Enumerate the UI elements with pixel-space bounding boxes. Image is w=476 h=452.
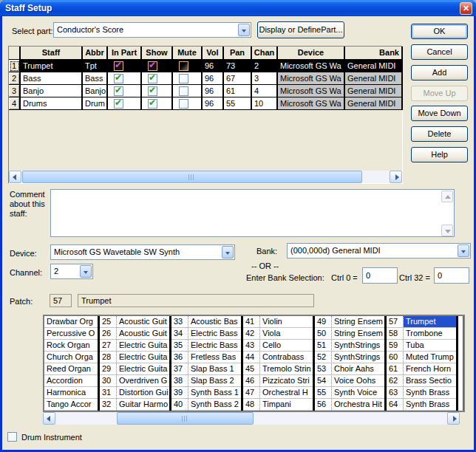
patch-name[interactable]: Electric Bass	[188, 328, 241, 340]
patch-name[interactable]: Cello	[260, 340, 313, 352]
patch-name[interactable]: Synth Bass 2	[188, 399, 241, 411]
drum-instrument-checkbox[interactable]	[7, 432, 17, 442]
patch-number[interactable]: 44	[243, 352, 259, 363]
patch-name[interactable]: Guitar Harmo	[117, 399, 169, 411]
show-cell[interactable]: ✔	[142, 60, 173, 72]
patch-name[interactable]: French Horn	[404, 363, 456, 375]
show-cell[interactable]: ✔	[142, 97, 173, 110]
patch-name[interactable]: Fretless Bas	[188, 352, 241, 363]
device-cell[interactable]: Microsoft GS Wa	[278, 85, 345, 97]
patch-number[interactable]: 43	[243, 340, 259, 352]
patch-number[interactable]: 29	[100, 363, 116, 375]
patch-name[interactable]: Orchestral H	[260, 387, 313, 399]
chevron-down-icon[interactable]	[80, 265, 92, 278]
patch-number[interactable]: 52	[315, 352, 331, 363]
scroll-right-icon[interactable]	[390, 171, 402, 183]
in_part-checkbox[interactable]: ✔	[114, 61, 123, 71]
in_part-checkbox[interactable]: ✔	[114, 86, 123, 96]
vol-cell[interactable]: 96	[203, 85, 224, 97]
vol-cell[interactable]: 96	[203, 97, 224, 110]
patch-name[interactable]: Synth Bass 1	[188, 387, 241, 399]
table-row[interactable]: 3BanjoBanjo✔✔96614Microsoft GS WaGeneral…	[9, 85, 402, 97]
row-number-cell[interactable]: 1	[9, 60, 21, 72]
in_part-checkbox[interactable]: ✔	[114, 74, 123, 83]
mute-cell[interactable]	[173, 72, 203, 85]
patch-name[interactable]: Brass Sectio	[404, 375, 456, 387]
patch-number[interactable]: 62	[387, 375, 403, 387]
abbr-cell[interactable]: Tpt	[83, 60, 108, 72]
scroll-right-icon[interactable]	[447, 412, 460, 425]
patch-name[interactable]: Orchestra Hit	[332, 399, 384, 411]
patch-number[interactable]: 49	[315, 316, 331, 328]
device-combobox[interactable]: Microsoft GS Wavetable SW Synth	[50, 244, 235, 260]
patch-name[interactable]: Percussive O	[44, 328, 98, 340]
patch-name[interactable]: Slap Bass 1	[188, 363, 241, 375]
patch-name[interactable]: Trombone	[404, 328, 456, 340]
patch-name[interactable]: SynthStrings	[332, 340, 384, 352]
abbr-cell[interactable]: Banjo	[83, 85, 108, 97]
patch-name[interactable]: Synth Voice	[332, 387, 384, 399]
patch-name[interactable]: Synth Brass	[404, 399, 456, 411]
table-row[interactable]: 2BassBass✔✔96673Microsoft GS WaGeneral M…	[9, 72, 402, 85]
patch-number[interactable]: 32	[100, 399, 116, 411]
device-cell[interactable]: Microsoft GS Wa	[278, 72, 345, 85]
mute-checkbox[interactable]	[179, 61, 188, 71]
chevron-down-icon[interactable]	[238, 24, 250, 36]
staff-cell[interactable]: Banjo	[21, 85, 83, 97]
staff-table-hscrollbar[interactable]	[9, 171, 402, 183]
pan-cell[interactable]: 73	[224, 60, 252, 72]
patch-number[interactable]: 45	[243, 363, 259, 375]
patch-number[interactable]: 25	[100, 316, 116, 328]
patch-number[interactable]: 40	[171, 399, 188, 411]
patch-name[interactable]: Synth Brass	[404, 387, 456, 399]
chevron-down-icon[interactable]	[458, 244, 469, 257]
mute-cell[interactable]	[173, 85, 203, 97]
patch-name[interactable]: Pizzicato Stri	[260, 375, 313, 387]
row-number-cell[interactable]: 3	[9, 85, 21, 97]
cancel-button[interactable]: Cancel	[411, 44, 468, 60]
patch-name[interactable]: Electric Guita	[117, 340, 169, 352]
chan-cell[interactable]: 4	[252, 85, 278, 97]
ctrl32-input[interactable]	[434, 267, 469, 284]
patch-name[interactable]: Church Orga	[44, 352, 98, 363]
mute-checkbox[interactable]	[179, 86, 188, 96]
patch-number[interactable]: 33	[171, 316, 188, 328]
show-cell[interactable]: ✔	[142, 85, 173, 97]
patch-number[interactable]: 27	[100, 340, 116, 352]
select-part-combobox[interactable]: Conductor's Score	[53, 22, 251, 38]
staff-cell[interactable]: Bass	[21, 72, 83, 85]
patch-name[interactable]: Electric Guita	[117, 352, 169, 363]
row-number-cell[interactable]: 4	[9, 97, 21, 110]
patch-number[interactable]: 36	[171, 352, 188, 363]
patch-number[interactable]: 26	[100, 328, 116, 340]
patch-name[interactable]: SynthStrings	[332, 352, 384, 363]
patch-number[interactable]: 50	[315, 328, 331, 340]
show-checkbox[interactable]: ✔	[148, 61, 157, 71]
chan-cell[interactable]: 10	[252, 97, 278, 110]
add-button[interactable]: Add	[411, 65, 468, 81]
patch-number[interactable]: 39	[171, 387, 188, 399]
pan-cell[interactable]: 67	[224, 72, 252, 85]
patch-number[interactable]: 30	[100, 375, 116, 387]
chan-cell[interactable]: 3	[252, 72, 278, 85]
mute-checkbox[interactable]	[179, 99, 188, 109]
patch-number[interactable]: 57	[387, 316, 403, 328]
patch-name[interactable]: Timpani	[260, 399, 313, 411]
bank-cell[interactable]: General MIDI	[345, 85, 403, 97]
patch-number[interactable]: 56	[315, 399, 331, 411]
patch-number[interactable]: 61	[387, 363, 403, 375]
patch-name[interactable]: Tremolo Strin	[260, 363, 313, 375]
bank-cell[interactable]: General MIDI	[345, 72, 403, 85]
in_part-cell[interactable]: ✔	[108, 97, 142, 110]
patch-number[interactable]: 35	[171, 340, 188, 352]
pan-cell[interactable]: 61	[224, 85, 252, 97]
patch-name[interactable]: Acoustic Bas	[188, 316, 241, 328]
patch-name[interactable]: Tuba	[404, 340, 456, 352]
staff-table-hscrollbar-thumb[interactable]	[22, 171, 362, 183]
patch-number[interactable]: 47	[243, 387, 259, 399]
scroll-left-icon[interactable]	[43, 412, 55, 425]
comment-textarea[interactable]	[52, 191, 441, 236]
patch-name[interactable]: Overdriven G	[117, 375, 169, 387]
bank-cell[interactable]: General MIDI	[345, 60, 403, 72]
close-button[interactable]: ✕	[460, 2, 472, 15]
